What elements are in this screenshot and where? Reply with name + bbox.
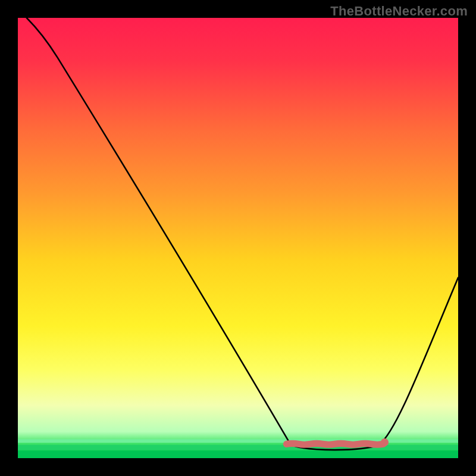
chart-frame: TheBottleNecker.com [0,0,476,476]
curve [18,18,458,458]
svg-point-4 [381,439,389,446]
plot-area [18,18,458,458]
watermark-text: TheBottleNecker.com [330,4,468,19]
